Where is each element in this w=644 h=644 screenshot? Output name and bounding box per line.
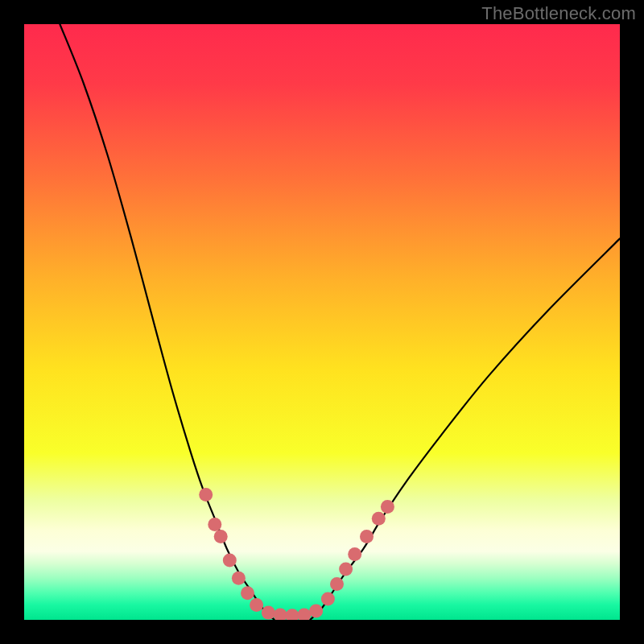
dot xyxy=(223,554,237,568)
curves-layer xyxy=(24,24,620,620)
dot xyxy=(214,530,228,543)
dot xyxy=(208,518,221,531)
dot xyxy=(330,577,344,591)
left-curve xyxy=(60,24,274,620)
dot xyxy=(381,500,394,514)
dot xyxy=(286,609,299,620)
dot xyxy=(199,488,213,502)
dot xyxy=(274,609,287,620)
dot xyxy=(309,604,323,617)
chart-frame: TheBottleneck.com xyxy=(0,0,644,644)
dot xyxy=(262,606,275,620)
dot xyxy=(360,530,374,543)
dot xyxy=(250,598,263,612)
dot xyxy=(348,547,361,561)
plot-area xyxy=(24,24,620,620)
watermark-text: TheBottleneck.com xyxy=(481,3,636,24)
dot xyxy=(339,563,353,576)
dot xyxy=(241,586,254,600)
highlight-dots xyxy=(199,488,394,620)
dot xyxy=(372,512,386,526)
right-curve xyxy=(310,238,620,620)
dot xyxy=(297,609,311,620)
dot xyxy=(321,592,335,606)
dot xyxy=(232,572,246,585)
